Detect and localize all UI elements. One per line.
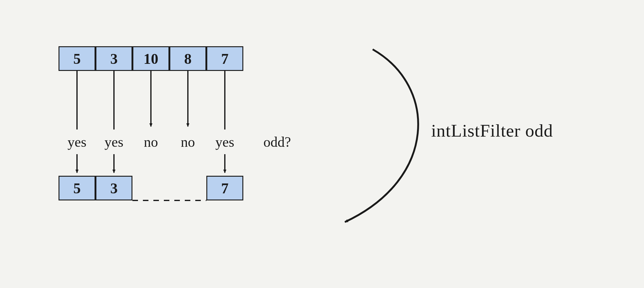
predicate-question-label: odd?	[263, 134, 291, 150]
predicate-result-0: yes	[67, 134, 86, 150]
cell-value: 10	[144, 50, 158, 67]
output-cell-2: 7	[206, 176, 243, 200]
cell-value: 5	[73, 50, 81, 67]
output-cell-0: 5	[59, 176, 95, 200]
input-cell-3: 8	[169, 46, 206, 71]
function-text: intListFilter odd	[431, 121, 553, 141]
diagram-canvas: { "input": { "values": ["5", "3", "10", …	[0, 0, 644, 288]
result-text: no	[144, 134, 158, 150]
result-text: yes	[104, 134, 123, 150]
predicate-result-2: no	[144, 134, 158, 150]
result-text: yes	[67, 134, 86, 150]
cell-value: 7	[221, 50, 229, 67]
function-name-label: intListFilter odd	[431, 120, 553, 141]
cell-value: 3	[110, 180, 118, 197]
output-cell-1: 3	[95, 176, 132, 200]
predicate-result-4: yes	[215, 134, 234, 150]
result-text: yes	[215, 134, 234, 150]
input-cell-0: 5	[59, 46, 95, 71]
predicate-result-3: no	[181, 134, 195, 150]
cell-value: 3	[110, 50, 118, 67]
predicate-result-1: yes	[104, 134, 123, 150]
function-arc-arrow-icon	[345, 49, 418, 222]
input-cell-1: 3	[95, 46, 132, 71]
question-text: odd?	[263, 134, 291, 150]
result-text: no	[181, 134, 195, 150]
cell-value: 8	[184, 50, 192, 67]
input-cell-4: 7	[206, 46, 243, 71]
cell-value: 5	[73, 180, 81, 197]
diagram-svg	[0, 0, 644, 288]
input-cell-2: 10	[132, 46, 169, 71]
cell-value: 7	[221, 180, 229, 197]
